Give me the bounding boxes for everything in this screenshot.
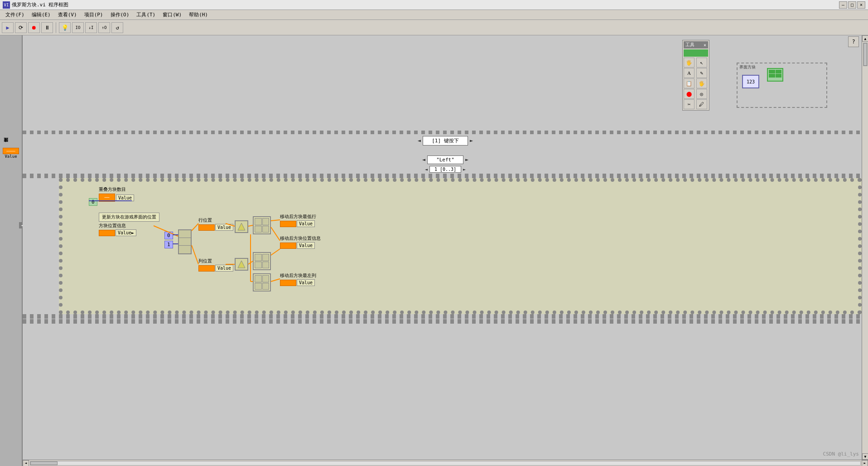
step-into-button[interactable]: ↓I — [85, 22, 97, 33]
overlap-count-node: 重叠方块数目 ── Value — [99, 186, 134, 202]
help-button[interactable]: ? — [848, 36, 859, 47]
abort-button[interactable]: ⏺ — [28, 22, 40, 33]
tool-palette-close[interactable]: × — [704, 43, 706, 48]
vertical-scrollbar[interactable]: ▲ ▼ — [862, 35, 868, 460]
inner-left-arrow[interactable]: ◄ — [422, 156, 425, 163]
key-event-selector-box[interactable]: [1] 键按下 — [423, 136, 468, 146]
sub-right-arrow[interactable]: ► — [463, 167, 466, 172]
breakpoint-tool[interactable]: ⬤ — [684, 89, 694, 99]
bundle-node — [178, 229, 192, 254]
svg-line-9 — [271, 220, 280, 221]
wire-tool[interactable]: ✎ — [696, 68, 707, 78]
key-event-left-arrow[interactable]: ◄ — [418, 137, 421, 144]
subvi-1 — [253, 216, 271, 234]
block-info-node: 方块位置信息 Value► — [99, 223, 136, 236]
tool-grid: 🖐 ↖ A ✎ 📋 🖐 ⬤ ◎ ✂ 🖊 — [684, 58, 708, 109]
run-button[interactable]: ▶ — [2, 22, 14, 33]
svg-line-10 — [271, 227, 280, 241]
menu-file[interactable]: 文件(F) — [2, 10, 28, 19]
menu-project[interactable]: 项目(P) — [81, 10, 107, 19]
v-scroll-track[interactable] — [863, 43, 868, 66]
undo-button[interactable]: ↺ — [111, 22, 123, 33]
add-node-1 — [235, 220, 248, 233]
overlap-count-value-label: Value — [116, 194, 134, 201]
title-text: 俄罗斯方块.vi 程序框图 — [12, 1, 839, 8]
svg-marker-0 — [238, 223, 245, 230]
highlight-button[interactable]: 💡 — [59, 22, 71, 33]
block-info-orange — [99, 230, 115, 236]
probe-tool[interactable]: ◎ — [696, 89, 707, 99]
position-tool[interactable]: ↖ — [696, 58, 707, 68]
overlap-count-display: ── — [99, 194, 115, 202]
move-leftmost-col-node: 移动后方块最左列 Value — [280, 272, 316, 286]
key-event-selector-area: ◄ [1] 键按下 ► — [23, 134, 868, 147]
sub-left-arrow[interactable]: ◄ — [425, 167, 428, 172]
move-lowest-row-node: 移动后方块最低行 Value — [280, 214, 316, 227]
svg-line-4 — [192, 245, 198, 264]
inner-selector-box[interactable]: "Left" — [427, 155, 463, 164]
canvas-area[interactable]: 工具 × 🖐 ↖ A ✎ 📋 🖐 ⬤ ◎ ✂ 🖊 界面方块 123 — [23, 35, 868, 466]
scroll-right-btn[interactable]: ► — [862, 460, 868, 466]
const-0-value: 0 — [89, 198, 97, 206]
scroll-up-btn[interactable]: ▲ — [862, 35, 868, 42]
col-pos-label: 列位置 — [198, 258, 233, 264]
menu-window[interactable]: 窗口(W) — [159, 10, 185, 19]
svg-marker-1 — [238, 261, 245, 268]
color-copy-tool[interactable]: ✂ — [684, 99, 694, 109]
svg-line-14 — [271, 279, 280, 282]
const-blue-1: 1 — [164, 241, 173, 248]
preview-123-block: 123 — [742, 75, 759, 88]
scroll-down-btn[interactable]: ▼ — [862, 453, 868, 460]
scroll-track[interactable] — [30, 461, 861, 466]
toolbar: ▶ ⟳ ⏺ ⏸ 💡 IO ↓I ↑O ↺ — [0, 20, 868, 35]
menu-tools[interactable]: 工具(T) — [133, 10, 159, 19]
text-tool[interactable]: A — [684, 68, 694, 78]
menu-edit[interactable]: 编辑(E) — [28, 10, 54, 19]
watermark: CSDN @li_lys — [823, 451, 859, 457]
menu-operate[interactable]: 操作(O) — [107, 10, 133, 19]
move-block-info-value: Value — [297, 242, 315, 249]
separator-1 — [56, 22, 56, 33]
close-button[interactable]: × — [857, 1, 865, 9]
svg-line-8 — [248, 225, 253, 226]
title-bar: VI 俄罗斯方块.vi 程序框图 — □ × — [0, 0, 868, 10]
tool-palette: 工具 × 🖐 ↖ A ✎ 📋 🖐 ⬤ ◎ ✂ 🖊 — [682, 40, 709, 111]
color-pen-tool[interactable]: 🖊 — [696, 99, 707, 109]
const-blue-0: 0 — [164, 232, 173, 239]
key-event-right-arrow[interactable]: ► — [470, 137, 473, 144]
block-info-label: 方块位置信息 — [99, 223, 136, 229]
step-out-button[interactable]: ↑O — [98, 22, 110, 33]
svg-line-13 — [271, 249, 280, 255]
step-over-button[interactable]: IO — [72, 22, 84, 33]
update-position-label: 更新方块在游戏界面的位置 — [99, 213, 159, 222]
move-lowest-row-value: Value — [297, 220, 315, 227]
sub-selector-box[interactable]: 1 [0..3] — [429, 166, 461, 173]
horizontal-scrollbar[interactable]: ◄ ► — [23, 460, 868, 466]
scroll-tool[interactable]: 🖐 — [696, 78, 707, 88]
move-leftmost-col-label: 移动后方块最左列 — [280, 272, 316, 279]
scroll-left-btn[interactable]: ◄ — [23, 460, 29, 466]
operate-tool[interactable]: 🖐 — [684, 58, 694, 68]
maximize-button[interactable]: □ — [848, 1, 856, 9]
outer-bottom-hatch — [23, 314, 862, 319]
main-area: 降速度 ──── Value ◄ 工具 × 🖐 ↖ A ✎ 📋 🖐 — [0, 35, 868, 466]
const-0: 0 — [89, 198, 97, 206]
menu-help[interactable]: 帮助(H) — [185, 10, 212, 19]
row-pos-node: 行位置 Value — [198, 217, 233, 231]
run-continuously-button[interactable]: ⟳ — [15, 22, 27, 33]
move-leftmost-col-value: Value — [297, 279, 315, 286]
col-pos-value: Value — [215, 265, 233, 272]
shortcut-tool[interactable]: 📋 — [684, 78, 694, 88]
inner-right-arrow[interactable]: ► — [465, 156, 468, 163]
menu-view[interactable]: 查看(V) — [54, 10, 81, 19]
subvi-3 — [253, 273, 271, 291]
preview-grid-block — [767, 68, 783, 82]
row-pos-value: Value — [215, 224, 233, 231]
vi-preview-area: 界面方块 123 — [737, 63, 827, 108]
col-pos-node: 列位置 Value — [198, 258, 233, 272]
block-info-value: Value► — [116, 229, 136, 236]
pause-button[interactable]: ⏸ — [41, 22, 53, 33]
minimize-button[interactable]: — — [839, 1, 847, 9]
bottom-hatch — [23, 319, 862, 324]
svg-line-12 — [248, 261, 253, 264]
